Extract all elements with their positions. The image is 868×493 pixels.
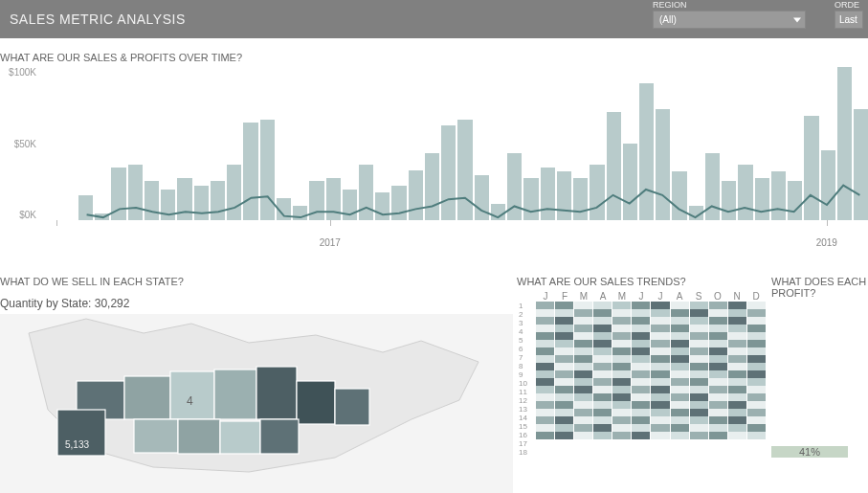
heat-cell[interactable]	[593, 332, 612, 340]
heat-cell[interactable]	[671, 409, 689, 416]
heat-cell[interactable]	[555, 393, 573, 401]
heat-cell[interactable]	[747, 409, 766, 416]
heat-cell[interactable]	[690, 386, 708, 393]
heat-cell[interactable]	[651, 409, 669, 416]
heat-cell[interactable]	[593, 386, 612, 393]
bar[interactable]	[573, 178, 588, 220]
heat-cell[interactable]	[536, 378, 554, 386]
heat-cell[interactable]	[747, 347, 766, 355]
heat-cell[interactable]	[747, 432, 766, 439]
heat-cell[interactable]	[555, 317, 573, 325]
bar[interactable]	[722, 181, 736, 220]
region-select[interactable]: (All)	[653, 11, 806, 29]
heat-cell[interactable]	[574, 317, 592, 325]
heat-cell[interactable]	[690, 424, 708, 432]
heat-cell[interactable]	[593, 401, 612, 409]
heat-cell[interactable]	[709, 393, 727, 401]
heat-cell[interactable]	[555, 409, 573, 416]
heat-cell[interactable]	[709, 378, 727, 386]
heat-cell[interactable]	[574, 370, 592, 378]
heat-cell[interactable]	[632, 325, 650, 332]
bar[interactable]	[359, 165, 373, 220]
heat-cell[interactable]	[747, 355, 766, 363]
heat-cell[interactable]	[612, 332, 631, 340]
heat-cell[interactable]	[651, 432, 669, 439]
heat-cell[interactable]	[593, 325, 612, 332]
heat-cell[interactable]	[690, 370, 708, 378]
bar[interactable]	[161, 190, 175, 220]
heat-cell[interactable]	[612, 393, 631, 401]
bar[interactable]	[441, 125, 456, 220]
heat-cell[interactable]	[536, 424, 554, 432]
heat-cell[interactable]	[536, 393, 554, 401]
bar[interactable]	[78, 195, 93, 220]
heat-cell[interactable]	[536, 302, 554, 309]
heat-cell[interactable]	[709, 386, 727, 393]
heat-cell[interactable]	[632, 393, 650, 401]
heat-cell[interactable]	[536, 325, 554, 332]
heat-cell[interactable]	[632, 370, 650, 378]
heat-cell[interactable]	[555, 332, 573, 340]
heat-cell[interactable]	[690, 347, 708, 355]
heat-cell[interactable]	[709, 309, 727, 317]
heat-cell[interactable]	[709, 424, 727, 432]
heat-cell[interactable]	[709, 347, 727, 355]
heat-cell[interactable]	[690, 309, 708, 317]
bar[interactable]	[607, 112, 621, 220]
heat-cell[interactable]	[574, 401, 592, 409]
heat-cell[interactable]	[555, 325, 573, 332]
heat-cell[interactable]	[536, 370, 554, 378]
heat-cell[interactable]	[612, 370, 631, 378]
heat-cell[interactable]	[747, 325, 766, 332]
heat-cell[interactable]	[728, 340, 746, 347]
bar[interactable]	[821, 150, 835, 220]
heat-cell[interactable]	[612, 347, 631, 355]
bar[interactable]	[391, 186, 406, 220]
heat-cell[interactable]	[593, 347, 612, 355]
heat-cell[interactable]	[728, 386, 746, 393]
bar[interactable]	[95, 213, 109, 220]
bar[interactable]	[656, 109, 670, 220]
heat-cell[interactable]	[747, 416, 766, 424]
heat-cell[interactable]	[651, 302, 669, 309]
bar[interactable]	[541, 168, 555, 220]
bar[interactable]	[194, 186, 209, 220]
heat-cell[interactable]	[747, 302, 766, 309]
heat-cell[interactable]	[709, 332, 727, 340]
heat-cell[interactable]	[747, 424, 766, 432]
heat-cell[interactable]	[651, 416, 669, 424]
bar[interactable]	[128, 165, 143, 220]
heat-cell[interactable]	[593, 363, 612, 370]
bar[interactable]	[491, 204, 505, 220]
bar[interactable]	[293, 206, 307, 220]
heat-cell[interactable]	[709, 370, 727, 378]
heat-cell[interactable]	[593, 424, 612, 432]
heat-cell[interactable]	[612, 409, 631, 416]
heat-cell[interactable]	[612, 309, 631, 317]
heat-cell[interactable]	[555, 340, 573, 347]
heat-cell[interactable]	[555, 355, 573, 363]
heat-cell[interactable]	[612, 424, 631, 432]
heat-cell[interactable]	[593, 302, 612, 309]
heat-cell[interactable]	[709, 432, 727, 439]
heat-cell[interactable]	[690, 378, 708, 386]
heat-cell[interactable]	[671, 340, 689, 347]
bar[interactable]	[672, 171, 686, 220]
heat-cell[interactable]	[536, 409, 554, 416]
heat-cell[interactable]	[728, 416, 746, 424]
heat-cell[interactable]	[728, 317, 746, 325]
bar[interactable]	[343, 190, 357, 220]
heat-cell[interactable]	[728, 302, 746, 309]
heat-cell[interactable]	[728, 370, 746, 378]
heat-cell[interactable]	[612, 386, 631, 393]
heat-cell[interactable]	[747, 386, 766, 393]
heat-cell[interactable]	[709, 355, 727, 363]
heat-cell[interactable]	[574, 393, 592, 401]
heat-cell[interactable]	[574, 309, 592, 317]
heat-cell[interactable]	[612, 432, 631, 439]
heat-cell[interactable]	[555, 401, 573, 409]
heat-cell[interactable]	[671, 370, 689, 378]
heat-cell[interactable]	[612, 363, 631, 370]
heat-cell[interactable]	[536, 347, 554, 355]
bar[interactable]	[837, 67, 852, 220]
